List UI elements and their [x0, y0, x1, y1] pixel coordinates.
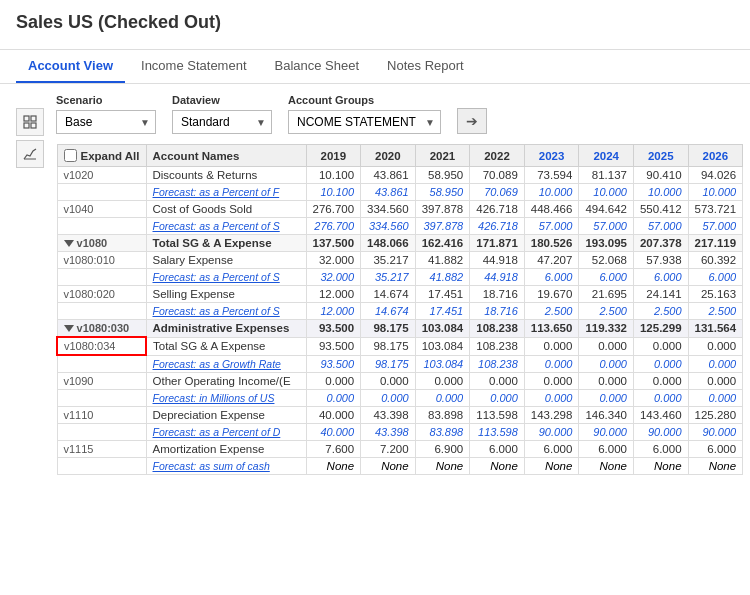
row-value: 35.217 [361, 252, 416, 269]
row-value: 83.898 [415, 406, 470, 423]
account-groups-group: Account Groups NCOME STATEMENT ▼ [288, 94, 441, 134]
tab-income-statement[interactable]: Income Statement [129, 50, 259, 83]
row-value: 70.089 [470, 167, 525, 184]
row-value: 40.000 [306, 406, 361, 423]
forecast-value: 35.217 [361, 269, 416, 286]
forecast-value: 57.000 [633, 218, 688, 235]
forecast-value: 103.084 [415, 355, 470, 372]
row-value: 19.670 [524, 286, 579, 303]
row-value: 7.200 [361, 440, 416, 457]
tab-notes-report[interactable]: Notes Report [375, 50, 476, 83]
row-value: 58.950 [415, 167, 470, 184]
forecast-value: 83.898 [415, 423, 470, 440]
expand-all-text: Expand All [81, 150, 140, 162]
row-value: 113.598 [470, 406, 525, 423]
forecast-value: 90.000 [633, 423, 688, 440]
row-value: 146.340 [579, 406, 634, 423]
row-value: 207.378 [633, 235, 688, 252]
forecast-label[interactable]: Forecast: as sum of cash [146, 457, 306, 474]
forecast-label[interactable]: Forecast: as a Percent of S [146, 218, 306, 235]
tab-account-view[interactable]: Account View [16, 50, 125, 83]
row-value: 108.238 [470, 320, 525, 338]
row-value: 180.526 [524, 235, 579, 252]
forecast-value: 10.000 [633, 184, 688, 201]
row-value: 52.068 [579, 252, 634, 269]
col-header-2024: 2024 [579, 145, 634, 167]
scenario-group: Scenario Base ▼ [56, 94, 156, 134]
forecast-value: 2.500 [633, 303, 688, 320]
forecast-value: 10.000 [579, 184, 634, 201]
row-value: 0.000 [524, 337, 579, 355]
row-id: v1110 [57, 406, 146, 423]
forecast-label[interactable]: Forecast: in Millions of US [146, 389, 306, 406]
row-value: 21.695 [579, 286, 634, 303]
navigate-arrow-button[interactable]: ➔ [457, 108, 487, 134]
row-value: 7.600 [306, 440, 361, 457]
forecast-value: 0.000 [306, 389, 361, 406]
row-value: 0.000 [361, 372, 416, 389]
forecast-id-cell [57, 355, 146, 372]
row-account-name: Total SG & A Expense [146, 235, 306, 252]
forecast-label[interactable]: Forecast: as a Growth Rate [146, 355, 306, 372]
row-value: 73.594 [524, 167, 579, 184]
forecast-id-cell [57, 218, 146, 235]
row-value: 60.392 [688, 252, 743, 269]
forecast-value: 12.000 [306, 303, 361, 320]
forecast-label[interactable]: Forecast: as a Percent of S [146, 303, 306, 320]
row-value: 6.000 [688, 440, 743, 457]
row-value: 0.000 [688, 372, 743, 389]
row-value: 98.175 [361, 320, 416, 338]
row-value: 125.280 [688, 406, 743, 423]
forecast-value: 0.000 [470, 389, 525, 406]
row-value: 0.000 [470, 372, 525, 389]
grid-icon[interactable] [16, 108, 44, 136]
row-id: v1080:020 [57, 286, 146, 303]
row-value: 43.861 [361, 167, 416, 184]
row-value: 103.084 [415, 320, 470, 338]
forecast-value: 426.718 [470, 218, 525, 235]
forecast-label[interactable]: Forecast: as a Percent of D [146, 423, 306, 440]
forecast-value: 93.500 [306, 355, 361, 372]
forecast-id-cell [57, 389, 146, 406]
forecast-value: 0.000 [524, 389, 579, 406]
tab-balance-sheet[interactable]: Balance Sheet [263, 50, 372, 83]
row-id: v1080 [57, 235, 146, 252]
dataview-select[interactable]: Standard [172, 110, 272, 134]
account-groups-select[interactable]: NCOME STATEMENT [288, 110, 441, 134]
forecast-value: 57.000 [524, 218, 579, 235]
row-value: 57.938 [633, 252, 688, 269]
scenario-select[interactable]: Base [56, 110, 156, 134]
row-value: 25.163 [688, 286, 743, 303]
row-value: 10.100 [306, 167, 361, 184]
forecast-value: 334.560 [361, 218, 416, 235]
row-account-name: Depreciation Expense [146, 406, 306, 423]
forecast-value: 6.000 [633, 269, 688, 286]
col-header-account-names: Account Names [146, 145, 306, 167]
row-value: 0.000 [688, 337, 743, 355]
col-header-id: Expand All [57, 145, 146, 167]
forecast-label[interactable]: Forecast: as a Percent of F [146, 184, 306, 201]
forecast-value: 0.000 [524, 355, 579, 372]
forecast-id-cell [57, 423, 146, 440]
row-value: 93.500 [306, 337, 361, 355]
forecast-value: None [524, 457, 579, 474]
chart-icon[interactable] [16, 140, 44, 168]
row-value: 0.000 [633, 337, 688, 355]
forecast-value: 90.000 [524, 423, 579, 440]
forecast-value: 17.451 [415, 303, 470, 320]
row-account-name: Selling Expense [146, 286, 306, 303]
expand-all-label[interactable]: Expand All [64, 149, 140, 162]
forecast-value: 6.000 [524, 269, 579, 286]
account-groups-label: Account Groups [288, 94, 441, 106]
row-account-name: Cost of Goods Sold [146, 201, 306, 218]
row-value: 44.918 [470, 252, 525, 269]
row-account-name: Discounts & Returns [146, 167, 306, 184]
expand-all-checkbox[interactable] [64, 149, 77, 162]
row-value: 137.500 [306, 235, 361, 252]
forecast-label[interactable]: Forecast: as a Percent of S [146, 269, 306, 286]
row-value: 426.718 [470, 201, 525, 218]
forecast-id-cell [57, 303, 146, 320]
controls-bar: Scenario Base ▼ Dataview Standard ▼ Acco… [0, 84, 750, 144]
forecast-value: 10.100 [306, 184, 361, 201]
row-value: 573.721 [688, 201, 743, 218]
